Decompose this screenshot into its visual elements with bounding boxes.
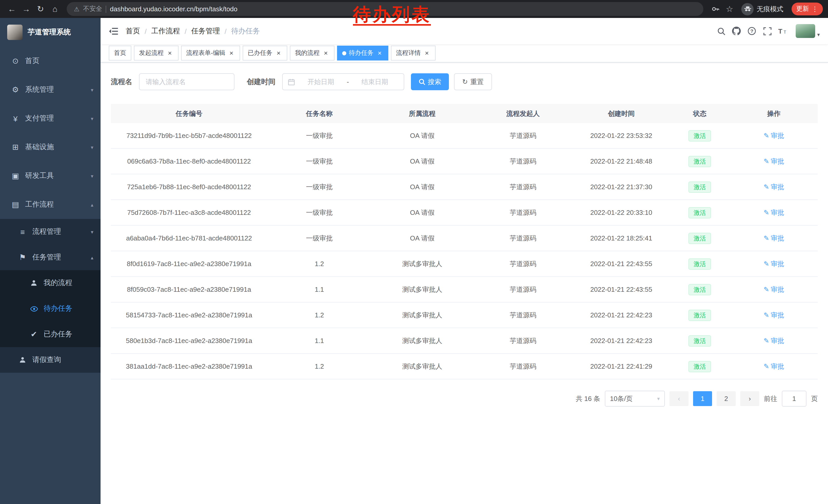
browser-menu-icon[interactable]: ⋮: [812, 5, 818, 13]
page-button-2[interactable]: 2: [717, 391, 736, 406]
cell-name: 一级审批: [267, 174, 371, 199]
todo-task-table: 任务编号 任务名称 所属流程 流程发起人 创建时间 状态 操作 73211d9d…: [111, 104, 818, 379]
workflow-icon: ▤: [10, 200, 20, 209]
back-button[interactable]: ←: [5, 2, 18, 16]
approve-link[interactable]: ✎审批: [763, 259, 784, 268]
bookmark-star-icon[interactable]: ☆: [723, 2, 736, 16]
goto-page-input[interactable]: [782, 391, 806, 407]
close-icon[interactable]: ×: [166, 49, 173, 57]
cell-id: 8f0d1619-7ac8-11ec-a9e2-a2380e71991a: [111, 251, 267, 276]
content-area: 首页 / 工作流程 / 任务管理 / 待办任务: [100, 18, 828, 504]
approve-link[interactable]: ✎审批: [763, 285, 784, 294]
github-icon[interactable]: [729, 23, 744, 39]
user-avatar[interactable]: [796, 24, 815, 38]
cell-status: 激活: [669, 354, 730, 379]
refresh-icon: ↻: [462, 78, 468, 86]
close-icon[interactable]: ×: [423, 49, 430, 57]
page-button-1[interactable]: 1: [693, 391, 712, 406]
sidebar-item-task-mgmt[interactable]: ⚑ 任务管理 ▴: [0, 244, 100, 270]
chrome-update-button[interactable]: 更新 ⋮: [792, 3, 823, 15]
cell-id: 8f059c03-7ac8-11ec-a9e2-a2380e71991a: [111, 277, 267, 302]
cell-process: 测试多审批人: [371, 251, 473, 276]
approve-link[interactable]: ✎审批: [763, 336, 784, 345]
sidebar-item-home[interactable]: ⊙ 首页: [0, 47, 100, 75]
cell-id: 725a1eb6-7b88-11ec-8ef0-acde48001122: [111, 174, 267, 199]
sidebar-item-todo-tasks[interactable]: 待办任务: [0, 296, 100, 321]
address-bar[interactable]: ⚠ 不安全 dashboard.yudao.iocoder.cn/bpm/tas…: [67, 2, 703, 16]
search-button[interactable]: 搜索: [411, 73, 449, 90]
help-icon[interactable]: ?: [744, 23, 760, 39]
sidebar-item-system[interactable]: ⚙ 系统管理 ▾: [0, 75, 100, 104]
process-name-input[interactable]: [139, 73, 235, 90]
approve-link[interactable]: ✎审批: [763, 182, 784, 191]
tab-todo-tasks[interactable]: 待办任务 ×: [337, 46, 388, 60]
page-size-select[interactable]: 10条/页 ▾: [605, 391, 665, 407]
flag-icon: ⚑: [17, 253, 28, 262]
close-icon[interactable]: ×: [376, 49, 383, 57]
next-page-button[interactable]: ›: [740, 391, 759, 406]
cell-name: 1.2: [267, 354, 371, 379]
browser-home-button[interactable]: ⌂: [48, 2, 61, 16]
approve-link[interactable]: ✎审批: [763, 131, 784, 140]
tab-form-edit[interactable]: 流程表单-编辑 ×: [181, 46, 240, 60]
cell-process: OA 请假: [371, 174, 473, 199]
not-secure-label[interactable]: 不安全: [83, 5, 102, 13]
url-text[interactable]: dashboard.yudao.iocoder.cn/bpm/task/todo: [110, 5, 238, 13]
breadcrumb-workflow[interactable]: 工作流程: [151, 27, 180, 36]
sidebar-item-process-mgmt[interactable]: ≡ 流程管理 ▾: [0, 219, 100, 244]
cell-status: 激活: [669, 123, 730, 148]
sidebar-item-devtools[interactable]: ▣ 研发工具 ▾: [0, 162, 100, 190]
font-size-icon[interactable]: T T: [775, 23, 791, 39]
date-range-picker[interactable]: 开始日期 - 结束日期: [282, 73, 404, 90]
prev-page-button[interactable]: ‹: [669, 391, 689, 406]
tab-start-process[interactable]: 发起流程 ×: [134, 46, 178, 60]
cell-status: 激活: [669, 149, 730, 174]
forward-button[interactable]: →: [19, 2, 33, 16]
sidebar-item-infra[interactable]: ⊞ 基础设施 ▾: [0, 133, 100, 162]
table-row: 580e1b3d-7ac8-11ec-a9e2-a2380e71991a1.1测…: [111, 328, 818, 354]
fullscreen-icon[interactable]: [760, 23, 775, 39]
cell-action: ✎审批: [730, 174, 818, 199]
tab-done-tasks[interactable]: 已办任务 ×: [243, 46, 287, 60]
cell-status: 激活: [669, 251, 730, 276]
approve-link[interactable]: ✎审批: [763, 311, 784, 320]
close-icon[interactable]: ×: [228, 49, 235, 57]
workflow-submenu: ≡ 流程管理 ▾ ⚑ 任务管理 ▴: [0, 219, 100, 373]
sidebar-fold-icon[interactable]: [109, 27, 118, 35]
cell-process: 测试多审批人: [371, 303, 473, 328]
breadcrumb-home[interactable]: 首页: [126, 27, 140, 36]
reload-button[interactable]: ↻: [34, 2, 47, 16]
reset-button[interactable]: ↻ 重置: [454, 73, 492, 90]
password-key-icon[interactable]: [708, 2, 722, 16]
table-header: 任务编号 任务名称 所属流程 流程发起人 创建时间 状态 操作: [111, 104, 818, 123]
cell-starter: 芋道源码: [473, 200, 573, 225]
sidebar-logo[interactable]: 芋道管理系统: [0, 18, 100, 47]
sidebar-item-done-tasks[interactable]: ✔ 已办任务: [0, 321, 100, 347]
approve-link[interactable]: ✎审批: [763, 156, 784, 166]
sidebar-item-my-processes[interactable]: 我的流程: [0, 270, 100, 296]
status-badge: 激活: [689, 335, 711, 346]
chevron-down-icon: ▾: [91, 144, 93, 150]
avatar-caret-icon[interactable]: ▾: [817, 32, 820, 37]
sidebar-item-workflow[interactable]: ▤ 工作流程 ▴: [0, 190, 100, 219]
sidebar-item-payment[interactable]: ¥ 支付管理 ▾: [0, 104, 100, 133]
cell-status: 激活: [669, 303, 730, 328]
approve-link[interactable]: ✎审批: [763, 234, 784, 243]
close-icon[interactable]: ×: [322, 49, 329, 57]
approve-link[interactable]: ✎审批: [763, 362, 784, 371]
sidebar-item-leave-query[interactable]: 请假查询: [0, 347, 100, 373]
cell-process: 测试多审批人: [371, 328, 473, 353]
edit-icon: ✎: [763, 157, 769, 165]
dashboard-icon: ⊙: [10, 56, 20, 65]
search-icon[interactable]: [714, 23, 729, 39]
tab-home[interactable]: 首页: [109, 46, 131, 60]
approve-link[interactable]: ✎审批: [763, 208, 784, 217]
breadcrumb-task-mgmt[interactable]: 任务管理: [191, 27, 220, 36]
col-action: 操作: [730, 104, 818, 123]
close-icon[interactable]: ×: [275, 49, 282, 57]
tab-process-detail[interactable]: 流程详情 ×: [391, 46, 436, 60]
tab-my-processes[interactable]: 我的流程 ×: [290, 46, 334, 60]
cell-process: OA 请假: [371, 149, 473, 174]
cell-starter: 芋道源码: [473, 226, 573, 251]
cell-id: 58154733-7ac8-11ec-a9e2-a2380e71991a: [111, 303, 267, 328]
